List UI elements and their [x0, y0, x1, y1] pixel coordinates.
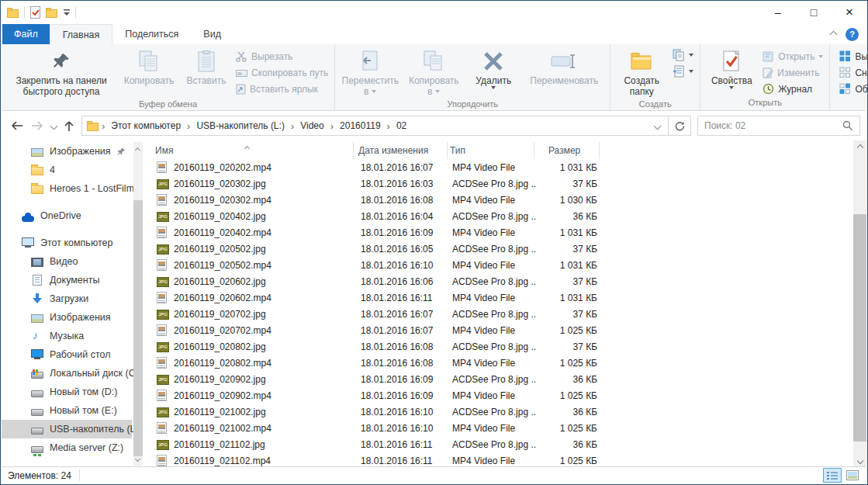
file-row[interactable]: 20160119_020502.mp418.01.2016 16:10MP4 V… [144, 257, 853, 273]
list-scrollbar[interactable] [853, 140, 866, 467]
column-header-name[interactable]: Имя [144, 142, 354, 159]
list-scrollbar-thumb[interactable] [853, 214, 866, 442]
sidebar-item[interactable]: Media server (Z:) [2, 438, 132, 457]
easy-access-button[interactable] [669, 63, 697, 79]
qat-customize-icon[interactable] [63, 9, 71, 16]
new-item-button[interactable] [669, 47, 697, 63]
file-row[interactable]: 20160119_020402.mp418.01.2016 16:09MP4 V… [144, 224, 853, 241]
cut-button[interactable]: Вырезать [233, 48, 331, 64]
history-button[interactable]: Журнал [759, 81, 826, 97]
sidebar-item[interactable]: Рабочий стол [2, 345, 132, 364]
close-button[interactable]: × [832, 1, 867, 24]
sidebar-item[interactable]: Новый том (D:) [2, 383, 132, 401]
search-box[interactable]: Поиск: 02 [697, 116, 860, 136]
sidebar-item-label: Новый том (E:) [50, 405, 117, 416]
file-row[interactable]: JPG20160119_020902.jpg18.01.2016 16:09AC… [144, 371, 853, 387]
sidebar-item[interactable]: Видео [2, 252, 132, 271]
main-area: Изображения4Heroes 1 - LostFilm.OneDrive… [2, 140, 866, 467]
paste-shortcut-button[interactable]: Вставить ярлык [233, 81, 331, 97]
sidebar-item[interactable]: Изображения [2, 142, 132, 161]
sidebar-item[interactable]: Документы [2, 271, 132, 289]
address-bar[interactable]: › Этот компьютер›USB-накопитель (L:)›Vid… [81, 116, 669, 136]
sidebar-item[interactable]: 4 [2, 161, 132, 179]
breadcrumb-item[interactable]: USB-накопитель (L:) [191, 120, 289, 131]
file-row[interactable]: JPG20160119_020802.jpg18.01.2016 16:08AC… [144, 338, 853, 355]
breadcrumb-item[interactable]: Этот компьютер [105, 120, 186, 131]
move-to-button[interactable]: Переместить в [338, 46, 402, 99]
tab-share[interactable]: Поделиться [112, 24, 191, 44]
pin-to-quick-access-button[interactable]: Закрепить на панели быстрого доступа [5, 46, 118, 99]
copy-to-button[interactable]: Копировать в [402, 46, 465, 99]
folder-icon[interactable] [46, 8, 58, 18]
minimize-button[interactable]: – [760, 1, 796, 24]
sidebar-item[interactable]: Новый том (E:) [2, 401, 132, 420]
column-header-date[interactable]: Дата изменения [354, 142, 448, 159]
sidebar-item-label: Загрузки [50, 293, 88, 304]
refresh-button[interactable] [669, 116, 691, 136]
file-row[interactable]: 20160119_020802.mp418.01.2016 16:08MP4 V… [144, 355, 853, 371]
scroll-down-icon[interactable] [853, 454, 866, 467]
file-row[interactable]: 20160119_021102.mp418.01.2016 16:11MP4 V… [144, 452, 853, 467]
large-icons-view-button[interactable] [843, 468, 862, 483]
collapse-ribbon-icon[interactable] [831, 29, 836, 40]
sidebar-scrollbar[interactable] [133, 142, 143, 466]
file-row[interactable]: 20160119_021002.mp418.01.2016 16:10MP4 V… [144, 420, 853, 436]
delete-button[interactable]: Удалить [465, 46, 521, 91]
folder-icon[interactable] [7, 8, 19, 18]
select-none-button[interactable]: Снять выделение [836, 64, 868, 81]
rename-button[interactable]: Переименовать [521, 46, 607, 88]
details-view-button[interactable] [823, 468, 842, 483]
help-icon[interactable]: ? [846, 28, 859, 41]
sidebar-item[interactable]: Музыка [2, 327, 132, 345]
sidebar-item[interactable]: OneDrive [2, 206, 132, 225]
edit-button[interactable]: Изменить [759, 64, 826, 81]
open-button[interactable]: Открыть [759, 48, 826, 64]
file-row[interactable]: JPG20160119_020702.jpg18.01.2016 16:07AC… [144, 306, 853, 322]
sidebar-item[interactable]: Heroes 1 - LostFilm. [2, 179, 132, 198]
sidebar-item[interactable]: Этот компьютер [2, 234, 132, 252]
column-header-type[interactable]: Тип [448, 142, 534, 159]
breadcrumb-item[interactable]: Video [295, 120, 329, 131]
sidebar-scrollbar-thumb[interactable] [133, 200, 143, 456]
tab-home[interactable]: Главная [50, 24, 113, 45]
file-row[interactable]: JPG20160119_020402.jpg18.01.2016 16:04AC… [144, 208, 853, 224]
tab-file[interactable]: Файл [2, 24, 50, 44]
file-row[interactable]: JPG20160119_021102.jpg18.01.2016 16:11AC… [144, 436, 853, 452]
properties-check-icon[interactable] [29, 6, 41, 19]
properties-button[interactable]: Свойства [704, 46, 759, 91]
file-row[interactable]: 20160119_020302.mp418.01.2016 16:08MP4 V… [144, 192, 853, 208]
copy-path-button[interactable]: W… Скопировать путь [233, 64, 331, 81]
forward-button[interactable] [31, 121, 43, 130]
paste-button[interactable]: Вставить [180, 46, 233, 88]
tab-view[interactable]: Вид [191, 24, 233, 44]
scroll-up-icon[interactable] [853, 140, 866, 154]
file-row[interactable]: 20160119_020902.mp418.01.2016 16:09MP4 V… [144, 387, 853, 404]
sidebar-item[interactable]: USB-накопитель (L: [2, 420, 132, 438]
file-row[interactable]: JPG20160119_020302.jpg18.01.2016 16:03AC… [144, 175, 853, 192]
file-row[interactable]: 20160119_020202.mp418.01.2016 16:07MP4 V… [144, 159, 853, 175]
file-row[interactable]: JPG20160119_020502.jpg18.01.2016 16:05AC… [144, 241, 853, 257]
sidebar-item[interactable]: Изображения [2, 308, 132, 327]
file-type: ACDSee Pro 8.jpg ... [450, 211, 537, 222]
sidebar-item[interactable]: Локальный диск (C [2, 364, 132, 383]
file-row[interactable]: 20160119_020602.mp418.01.2016 16:11MP4 V… [144, 289, 853, 306]
copy-button[interactable]: Копировать [118, 46, 180, 88]
invert-selection-button[interactable]: Обратить выделение [836, 81, 868, 97]
search-icon[interactable] [842, 120, 859, 131]
back-button[interactable] [11, 121, 23, 130]
column-header-size[interactable]: Размер [534, 142, 600, 159]
breadcrumb-item[interactable]: 02 [391, 120, 412, 131]
file-row[interactable]: JPG20160119_021002.jpg18.01.2016 16:10AC… [144, 404, 853, 420]
maximize-button[interactable]: □ [796, 1, 832, 24]
up-button[interactable] [64, 120, 74, 132]
file-row[interactable]: 20160119_020702.mp418.01.2016 16:07MP4 V… [144, 322, 853, 338]
file-size: 1 030 КБ [537, 195, 597, 206]
breadcrumb-item[interactable]: 20160119 [334, 120, 386, 131]
new-folder-button[interactable]: Создать папку [614, 46, 669, 99]
recent-locations-icon[interactable] [51, 120, 57, 131]
address-dropdown-icon[interactable] [655, 120, 660, 131]
sidebar-item[interactable]: Загрузки [2, 289, 132, 308]
select-all-button[interactable]: Выделить все [836, 48, 868, 64]
file-row[interactable]: JPG20160119_020602.jpg18.01.2016 16:06AC… [144, 273, 853, 289]
search-input[interactable]: Поиск: 02 [698, 120, 842, 131]
